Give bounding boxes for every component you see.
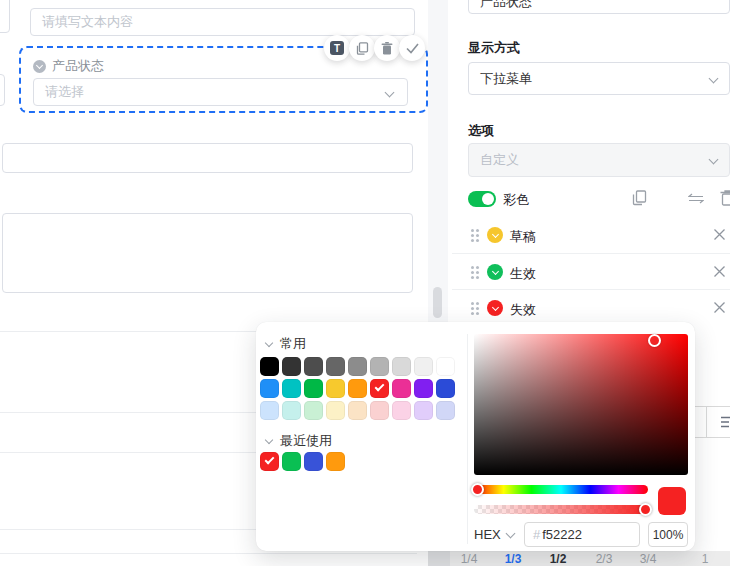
remove-option-icon[interactable] [713,301,726,314]
color-swatch[interactable] [436,401,455,420]
option-field-icon [33,60,46,73]
hue-slider-handle[interactable] [471,483,484,496]
list-add-icon [720,415,730,429]
option-color-button[interactable] [487,300,503,316]
chevron-down-icon [265,338,273,346]
color-swatch[interactable] [370,379,389,398]
chevron-down-icon [709,155,719,165]
saturation-cursor[interactable] [648,334,661,347]
width-option-1-2[interactable]: 1/2 [538,552,578,566]
color-swatch[interactable] [282,379,301,398]
drag-handle-icon[interactable] [471,266,474,269]
common-colors-header[interactable]: 常用 [266,335,306,353]
empty-input-field[interactable] [2,143,413,173]
options-label: 选项 [468,122,494,140]
color-swatch[interactable] [260,401,279,420]
clear-options-button[interactable] [720,190,730,206]
color-mode-select[interactable]: HEX [474,527,514,542]
saturation-area[interactable] [474,334,688,475]
color-swatch[interactable] [348,357,367,376]
opacity-value: 100% [653,528,684,542]
empty-textarea-field[interactable] [2,213,413,293]
color-swatch[interactable] [326,401,345,420]
hex-prefix: # [533,527,540,542]
color-swatch[interactable] [392,357,411,376]
duplicate-button[interactable] [349,35,375,61]
color-swatch[interactable] [414,357,433,376]
option-row: 草稿 [452,217,730,253]
color-swatch[interactable] [260,379,279,398]
color-swatch[interactable] [326,379,345,398]
color-swatch[interactable] [414,401,433,420]
column-width-bar: 1/41/31/22/33/41 [428,551,730,566]
text-field-input[interactable]: 请填写文本内容 [30,8,415,36]
color-swatch[interactable] [282,357,301,376]
color-swatch[interactable] [304,379,323,398]
width-option-1-4[interactable]: 1/4 [449,552,489,566]
scrollbar-track-end [428,551,450,566]
color-swatch[interactable] [348,401,367,420]
color-swatch[interactable] [436,357,455,376]
delete-button[interactable] [374,35,400,61]
options-source-select[interactable]: 自定义 [468,143,730,177]
recent-color-grid [260,452,455,471]
field-select[interactable]: 请选择 [33,78,408,106]
color-swatch[interactable] [370,401,389,420]
width-option-1-3[interactable]: 1/3 [493,552,533,566]
hex-value-input[interactable]: # f52222 [524,522,640,547]
remove-option-icon[interactable] [713,265,726,278]
recent-colors-header[interactable]: 最近使用 [266,432,332,450]
color-swatch[interactable] [436,379,455,398]
popup-divider [467,334,468,544]
check-icon [265,455,275,465]
color-swatch[interactable] [348,379,367,398]
option-label: 草稿 [510,228,536,246]
color-swatch[interactable] [392,379,411,398]
color-swatch[interactable] [260,357,279,376]
check-icon [375,382,385,392]
color-swatch[interactable] [370,357,389,376]
color-swatch[interactable] [260,452,279,471]
option-row: 生效 [452,253,730,289]
color-swatch[interactable] [304,452,323,471]
drag-handle-icon[interactable] [471,229,474,232]
display-mode-select[interactable]: 下拉菜单 [468,62,730,95]
display-mode-value: 下拉菜单 [480,70,532,88]
opacity-input[interactable]: 100% [648,522,688,547]
color-swatch[interactable] [414,379,433,398]
alpha-slider-handle[interactable] [639,503,652,516]
copy-icon [356,42,369,55]
colored-toggle[interactable] [468,191,496,207]
width-option-3-4[interactable]: 3/4 [628,552,668,566]
hue-slider[interactable] [474,485,648,494]
drag-handle-icon[interactable] [471,302,474,305]
color-swatch[interactable] [392,401,411,420]
copy-options-button[interactable] [632,190,647,206]
text-style-button[interactable]: T [324,35,350,61]
width-option-1[interactable]: 1 [685,552,725,566]
width-option-2-3[interactable]: 2/3 [584,552,624,566]
field-label: 产品状态 [52,57,104,75]
option-label: 失效 [510,301,536,319]
chevron-down-icon [491,303,498,310]
color-swatch[interactable] [304,401,323,420]
confirm-button[interactable] [399,35,425,61]
color-swatch[interactable] [326,357,345,376]
option-color-button[interactable] [487,264,503,280]
remove-option-icon[interactable] [713,228,726,241]
field-title-value: 产品状态 [480,0,532,11]
option-color-button[interactable] [487,227,503,243]
alpha-slider[interactable] [474,505,648,514]
color-swatch[interactable] [282,401,301,420]
reorder-options-button[interactable] [688,193,704,204]
copy-icon [632,190,647,206]
color-swatch[interactable] [304,357,323,376]
selected-field-card[interactable]: 产品状态 请选择 T [19,46,428,113]
vertical-scrollbar[interactable] [433,287,442,318]
color-swatch[interactable] [282,452,301,471]
field-title-input[interactable]: 产品状态 [468,0,730,14]
recent-colors-label: 最近使用 [280,432,332,450]
color-swatch[interactable] [326,452,345,471]
batch-edit-button[interactable] [707,407,730,437]
common-colors-label: 常用 [280,335,306,353]
